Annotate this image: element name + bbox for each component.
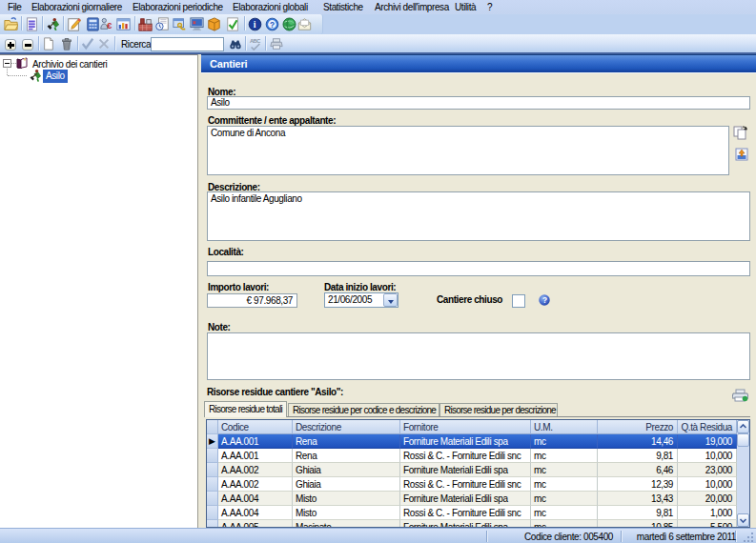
svg-text:ABC: ABC [250,38,260,44]
svg-text:?: ? [542,295,547,305]
svg-text:€: € [107,20,112,30]
svg-text:?: ? [270,20,275,30]
